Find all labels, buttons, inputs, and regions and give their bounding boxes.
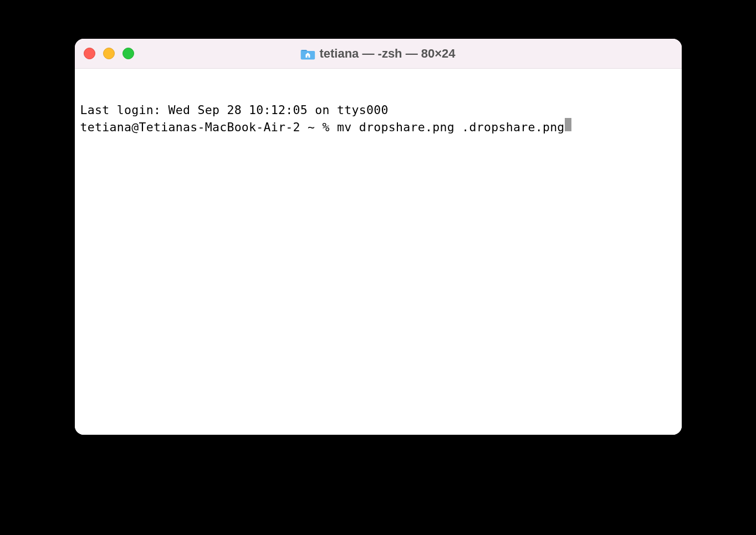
terminal-content[interactable]: Last login: Wed Sep 28 10:12:05 on ttys0…: [75, 69, 682, 435]
home-folder-icon: [300, 48, 315, 60]
close-button[interactable]: [84, 48, 95, 59]
text-cursor: [565, 118, 571, 131]
window-title: tetiana — -zsh — 80×24: [319, 47, 455, 61]
typed-command[interactable]: mv dropshare.png .dropshare.png: [337, 120, 565, 135]
traffic-lights: [84, 48, 134, 59]
terminal-window: tetiana — -zsh — 80×24 Last login: Wed S…: [75, 39, 682, 435]
minimize-button[interactable]: [103, 48, 115, 59]
window-titlebar[interactable]: tetiana — -zsh — 80×24: [75, 39, 682, 69]
maximize-button[interactable]: [122, 48, 134, 59]
prompt-line: tetiana@Tetianas-MacBook-Air-2 ~ % mv dr…: [80, 118, 676, 135]
last-login-line: Last login: Wed Sep 28 10:12:05 on ttys0…: [80, 102, 676, 118]
window-title-container: tetiana — -zsh — 80×24: [300, 47, 455, 61]
shell-prompt: tetiana@Tetianas-MacBook-Air-2 ~ %: [80, 120, 338, 135]
